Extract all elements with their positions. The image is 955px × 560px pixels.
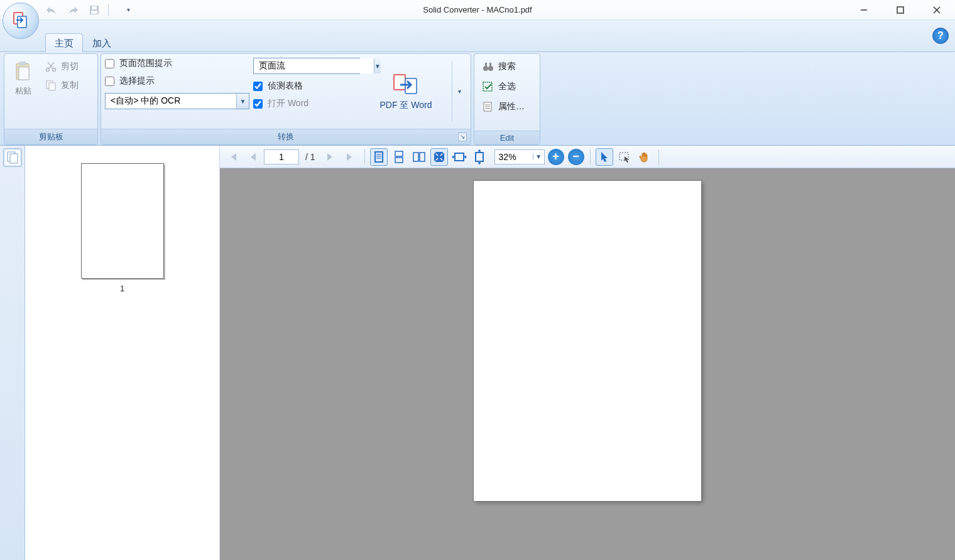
document-viewer: / 1 ▼ + −: [220, 146, 955, 560]
svg-rect-19: [489, 63, 491, 67]
open-word-checkbox[interactable]: 打开 Word: [253, 98, 360, 109]
pdf-to-word-button[interactable]: PDF 至 Word: [364, 58, 448, 125]
redo-button[interactable]: [64, 3, 82, 18]
flow-combo[interactable]: ▼: [253, 58, 360, 74]
zoom-combo[interactable]: ▼: [494, 149, 545, 164]
toolbar-separator: [364, 149, 365, 164]
last-page-button[interactable]: [342, 148, 359, 166]
maximize-button[interactable]: [882, 0, 919, 20]
chevron-down-icon[interactable]: ▼: [236, 94, 249, 109]
search-button[interactable]: 搜索: [479, 59, 535, 74]
single-page-view-button[interactable]: [370, 148, 388, 166]
help-icon[interactable]: ?: [932, 28, 949, 44]
svg-rect-6: [18, 16, 26, 28]
ocr-combo-value[interactable]: [106, 94, 236, 109]
pages-icon: [7, 151, 18, 164]
svg-rect-8: [19, 62, 26, 65]
continuous-view-button[interactable]: [390, 148, 408, 166]
group-convert-label: 转换↘: [101, 129, 471, 144]
marquee-tool-button[interactable]: [616, 148, 633, 166]
thumbnails-tab[interactable]: [3, 148, 22, 167]
fit-page-button[interactable]: [430, 148, 448, 166]
cut-label: 剪切: [61, 61, 79, 72]
pdf-to-word-dropdown[interactable]: ▾: [452, 62, 467, 121]
page-range-prompt-label: 页面范围提示: [119, 58, 172, 69]
fit-height-button[interactable]: [471, 148, 488, 166]
zoom-in-button[interactable]: +: [547, 148, 565, 166]
pdf-to-word-icon: [391, 72, 420, 97]
tab-home[interactable]: 主页: [45, 33, 83, 52]
side-tabstrip: [0, 146, 25, 560]
svg-rect-35: [434, 152, 444, 162]
flow-combo-value[interactable]: [254, 58, 374, 73]
zoom-out-button[interactable]: −: [567, 148, 585, 166]
next-page-button[interactable]: [322, 148, 339, 166]
qat-dropdown[interactable]: ▾: [119, 3, 137, 18]
save-button[interactable]: [85, 3, 103, 18]
copy-label: 复制: [61, 80, 79, 91]
svg-rect-18: [485, 63, 487, 67]
undo-button[interactable]: [43, 3, 60, 18]
svg-rect-13: [49, 83, 55, 90]
minimize-button[interactable]: [846, 0, 882, 20]
group-edit: 搜索 全选 属性… Edit: [474, 53, 540, 145]
svg-point-11: [53, 68, 56, 72]
select-prompt-label: 选择提示: [119, 75, 155, 87]
window-title: Solid Converter - MACno1.pdf: [423, 5, 532, 14]
select-all-label: 全选: [498, 81, 516, 92]
first-page-button[interactable]: [224, 148, 241, 166]
svg-rect-37: [476, 153, 483, 161]
scissors-icon: [45, 60, 57, 73]
prev-page-button[interactable]: [244, 148, 261, 166]
tab-join[interactable]: 加入: [83, 33, 121, 52]
cut-button[interactable]: 剪切: [42, 59, 81, 74]
hand-tool-button[interactable]: [636, 148, 653, 166]
page-range-prompt-checkbox[interactable]: 页面范围提示: [105, 58, 249, 69]
pdf-to-word-label: PDF 至 Word: [380, 100, 432, 111]
toolbar-separator: [590, 149, 591, 164]
ocr-combo[interactable]: ▼: [105, 93, 249, 109]
svg-rect-36: [455, 153, 464, 161]
facing-view-button[interactable]: [410, 148, 428, 166]
svg-rect-20: [483, 82, 492, 91]
svg-rect-4: [897, 7, 903, 13]
properties-button[interactable]: 属性…: [479, 99, 535, 114]
thumbnails-panel: 1: [25, 146, 220, 560]
workspace: 1 / 1 ▼ + −: [0, 146, 955, 560]
svg-rect-32: [395, 158, 403, 163]
group-clipboard-label: 剪贴板: [4, 129, 97, 144]
svg-rect-34: [420, 153, 425, 161]
pointer-tool-button[interactable]: [596, 148, 613, 166]
svg-rect-1: [91, 11, 97, 14]
thumbnail-page-1[interactable]: [81, 163, 164, 279]
properties-label: 属性…: [498, 101, 525, 112]
fit-width-button[interactable]: [450, 148, 468, 166]
chevron-down-icon[interactable]: ▼: [533, 153, 544, 160]
current-page-input[interactable]: [264, 149, 299, 164]
clipboard-icon: [13, 60, 33, 83]
quick-access-toolbar: ▾: [43, 3, 137, 18]
svg-rect-26: [10, 154, 18, 163]
svg-point-16: [483, 66, 488, 71]
binoculars-icon: [482, 60, 494, 73]
paste-button[interactable]: 粘贴: [8, 58, 38, 125]
select-all-button[interactable]: 全选: [479, 79, 535, 94]
properties-icon: [482, 100, 494, 113]
group-convert: 页面范围提示 选择提示 ▼ ▼ 侦测表格 打开 Word PDF 至 Word …: [101, 53, 471, 145]
close-button[interactable]: [919, 0, 955, 20]
zoom-value[interactable]: [495, 152, 533, 162]
group-edit-label: Edit: [474, 131, 540, 144]
select-prompt-checkbox[interactable]: 选择提示: [105, 75, 249, 87]
toolbar-separator: [658, 149, 659, 164]
copy-icon: [45, 79, 57, 92]
detect-tables-checkbox[interactable]: 侦测表格: [253, 80, 360, 92]
paste-label: 粘贴: [15, 85, 31, 97]
copy-button[interactable]: 复制: [42, 78, 81, 93]
svg-rect-31: [395, 151, 403, 156]
open-word-label: 打开 Word: [268, 98, 308, 109]
svg-rect-9: [19, 67, 29, 80]
page-total: / 1: [302, 152, 319, 162]
dialog-launcher-icon[interactable]: ↘: [458, 132, 467, 141]
app-menu-button[interactable]: [3, 3, 39, 39]
page-canvas[interactable]: [220, 168, 955, 560]
